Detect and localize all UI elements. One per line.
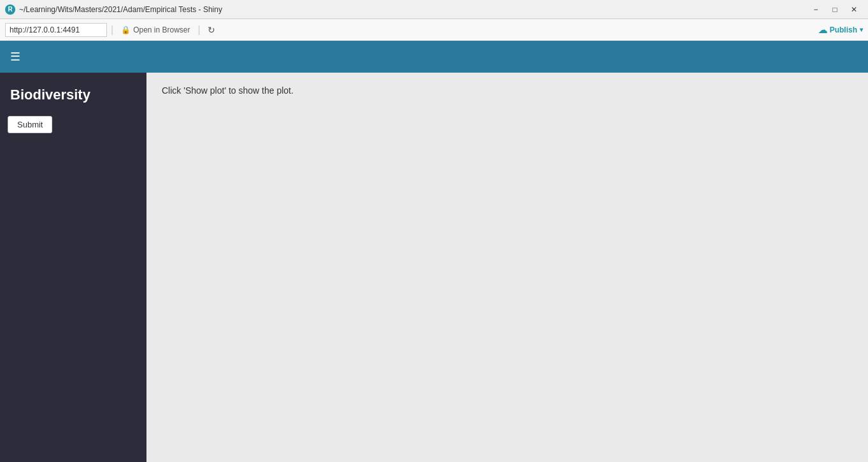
publish-icon: ☁ [818,25,827,35]
window-controls: − □ ✕ [807,3,863,17]
publish-button[interactable]: ☁ Publish ▾ [818,25,863,35]
open-in-browser-label: Open in Browser [133,25,190,34]
open-in-browser-button[interactable]: 🔒 Open in Browser [117,24,194,36]
close-button[interactable]: ✕ [845,3,863,17]
separator: | [111,24,113,36]
window-title: ~/Learning/Wits/Masters/2021/Adam/Empiri… [19,5,222,14]
publish-chevron-icon: ▾ [860,26,863,33]
minimize-button[interactable]: − [807,3,825,17]
publish-label: Publish [830,25,857,34]
titlebar: R ~/Learning/Wits/Masters/2021/Adam/Empi… [0,0,868,19]
sidebar: Biodiversity Submit [0,73,146,462]
app-icon: R [5,4,15,15]
main-area: Biodiversity Submit Click 'Show plot' to… [0,73,868,462]
separator2: | [198,24,201,36]
navbar: ☰ [0,41,868,73]
content-area: Click 'Show plot' to show the plot. [146,73,868,462]
lock-icon: 🔒 [121,25,131,34]
navbar-menu-button[interactable]: ☰ [10,51,20,62]
app-container: ☰ Biodiversity Submit Click 'Show plot' … [0,41,868,462]
address-input[interactable] [5,23,107,37]
reload-button[interactable]: ↻ [204,23,218,37]
submit-button[interactable]: Submit [8,116,52,133]
addressbar: | 🔒 Open in Browser | ↻ ☁ Publish ▾ [0,19,868,41]
plot-message: Click 'Show plot' to show the plot. [162,85,853,96]
maximize-button[interactable]: □ [826,3,844,17]
sidebar-title: Biodiversity [8,80,139,116]
